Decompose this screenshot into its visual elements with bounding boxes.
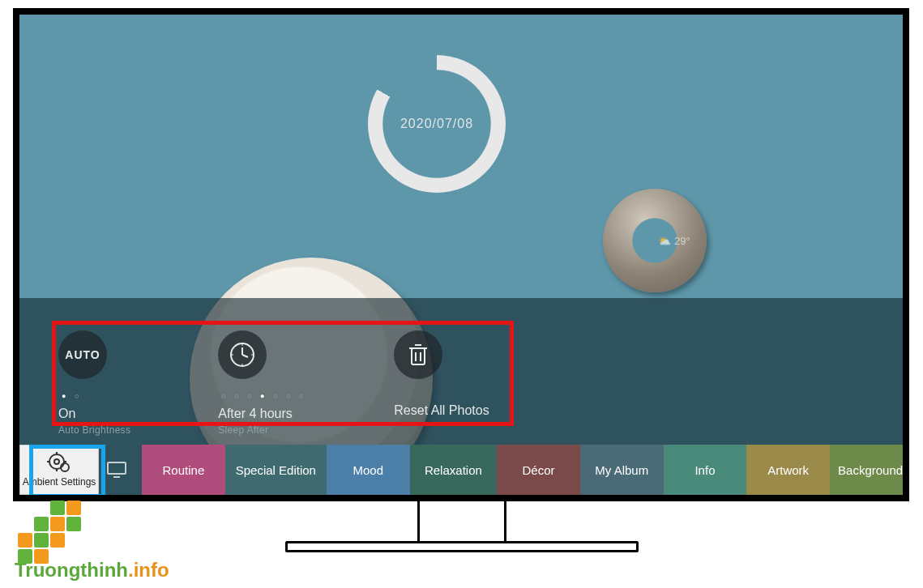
svg-rect-7 [412,348,425,364]
tile-label: Special Edition [236,463,316,477]
tile-label: Artwork [767,463,809,477]
pager-dots: ● ○ [62,392,82,400]
bottom-tile-bar: Ambient Settings Routine Special Edition… [19,445,903,495]
trash-icon [394,330,442,379]
svg-line-2 [242,355,248,357]
reset-photos-item[interactable]: Reset All Photos [394,330,489,436]
pager-dots: ○ ○ ○ ● ○ ○ ○ [221,392,306,400]
clock-icon [218,330,267,379]
sleep-after-value: After 4 hours [218,407,293,421]
svg-point-12 [49,454,64,469]
reset-photos-value: Reset All Photos [394,403,489,418]
tv-screen: 2020/07/08 ⛅ 29° AUTO ● ○ On Auto Bright… [19,15,903,495]
weather-temp: ⛅ 29° [658,235,690,247]
ambient-settings-label: Ambient Settings [23,476,96,488]
sleep-after-label: Sleep After [218,424,268,436]
routine-tile[interactable]: Routine [142,445,225,495]
svg-point-13 [54,459,59,464]
tile-label: Info [694,463,715,477]
ambient-settings-tile[interactable]: Ambient Settings [19,445,99,495]
source-icon [107,462,126,478]
mood-tile[interactable]: Mood [327,445,410,495]
my-album-tile[interactable]: My Album [580,445,664,495]
tile-label: Background [838,463,903,477]
tile-label: Relaxation [425,463,482,477]
decor-tile[interactable]: Décor [497,445,580,495]
auto-brightness-label: Auto Brightness [58,424,130,436]
tile-label: Décor [523,463,555,477]
svg-rect-19 [108,462,126,474]
clock-date: 2020/07/08 [400,117,473,131]
auto-brightness-icon: AUTO [58,330,107,379]
gear-icon [47,452,71,473]
watermark-logo: Truongthinh.info [15,501,169,582]
relaxation-tile[interactable]: Relaxation [410,445,498,495]
tile-label: Mood [353,463,383,477]
auto-brightness-item[interactable]: AUTO ● ○ On Auto Brightness [58,330,130,436]
tile-label: Routine [163,463,205,477]
watermark-squares [18,501,173,564]
auto-text-icon: AUTO [65,348,100,361]
tv-stand-neck [417,501,506,543]
special-edition-tile[interactable]: Special Edition [225,445,327,495]
auto-brightness-value: On [58,407,75,421]
tv-frame: 2020/07/08 ⛅ 29° AUTO ● ○ On Auto Bright… [13,8,909,501]
tile-label: My Album [595,463,648,477]
weather-ring: ⛅ 29° [603,189,707,292]
sleep-after-item[interactable]: ○ ○ ○ ● ○ ○ ○ After 4 hours Sleep After [218,330,306,436]
ambient-settings-row: AUTO ● ○ On Auto Brightness [58,330,489,436]
clock-ring: 2020/07/08 [368,55,506,193]
background-tile[interactable]: Background [830,445,903,495]
artwork-tile[interactable]: Artwork [746,445,830,495]
source-tile[interactable] [99,445,134,495]
tv-stand-base [285,541,639,552]
info-tile[interactable]: Info [664,445,747,495]
